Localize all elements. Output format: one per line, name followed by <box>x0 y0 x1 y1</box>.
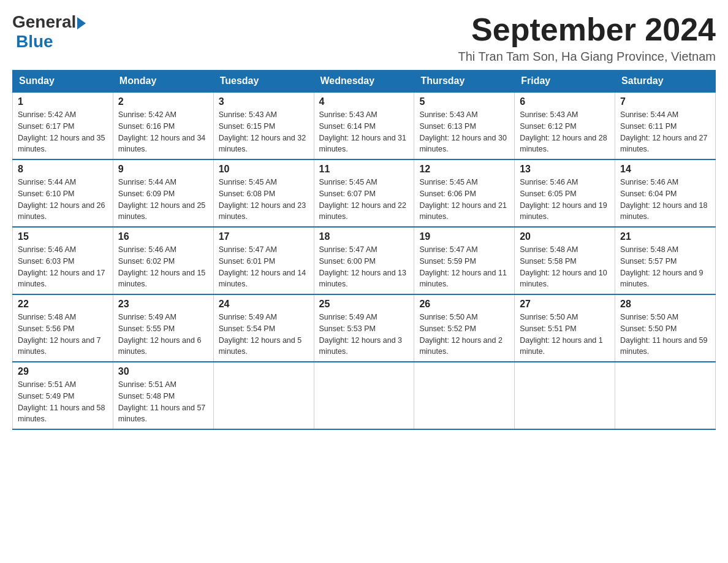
day-info: Sunrise: 5:43 AMSunset: 6:12 PMDaylight:… <box>520 109 610 155</box>
calendar-cell: 5Sunrise: 5:43 AMSunset: 6:13 PMDaylight… <box>414 92 515 159</box>
day-number: 1 <box>18 96 108 107</box>
header: General Blue September 2024 Thi Tran Tam… <box>12 12 716 64</box>
day-number: 12 <box>419 164 509 175</box>
day-info: Sunrise: 5:48 AMSunset: 5:57 PMDaylight:… <box>620 244 710 290</box>
logo-arrow-icon <box>77 17 86 29</box>
day-number: 28 <box>620 299 710 310</box>
day-number: 16 <box>118 231 208 242</box>
day-number: 5 <box>419 96 509 107</box>
calendar-cell: 3Sunrise: 5:43 AMSunset: 6:15 PMDaylight… <box>213 92 314 159</box>
calendar-cell: 2Sunrise: 5:42 AMSunset: 6:16 PMDaylight… <box>113 92 213 159</box>
day-info: Sunrise: 5:48 AMSunset: 5:56 PMDaylight:… <box>18 312 108 358</box>
day-info: Sunrise: 5:44 AMSunset: 6:10 PMDaylight:… <box>18 177 108 223</box>
calendar-cell: 20Sunrise: 5:48 AMSunset: 5:58 PMDayligh… <box>515 227 615 294</box>
calendar-cell: 11Sunrise: 5:45 AMSunset: 6:07 PMDayligh… <box>314 159 414 227</box>
day-info: Sunrise: 5:49 AMSunset: 5:55 PMDaylight:… <box>118 312 208 358</box>
day-info: Sunrise: 5:49 AMSunset: 5:54 PMDaylight:… <box>219 312 309 358</box>
day-number: 30 <box>118 366 208 377</box>
calendar-week-row: 29Sunrise: 5:51 AMSunset: 5:49 PMDayligh… <box>13 362 716 429</box>
calendar-cell <box>615 362 716 429</box>
calendar-cell: 25Sunrise: 5:49 AMSunset: 5:53 PMDayligh… <box>314 294 414 362</box>
day-number: 4 <box>319 96 409 107</box>
day-number: 19 <box>419 231 509 242</box>
day-number: 14 <box>620 164 710 175</box>
logo-blue-text: Blue <box>16 32 53 52</box>
calendar-cell: 6Sunrise: 5:43 AMSunset: 6:12 PMDaylight… <box>515 92 615 159</box>
calendar-header-row: SundayMondayTuesdayWednesdayThursdayFrid… <box>13 71 716 93</box>
day-info: Sunrise: 5:50 AMSunset: 5:52 PMDaylight:… <box>419 312 509 358</box>
month-title: September 2024 <box>458 12 716 47</box>
calendar-cell: 16Sunrise: 5:46 AMSunset: 6:02 PMDayligh… <box>113 227 213 294</box>
calendar-week-row: 8Sunrise: 5:44 AMSunset: 6:10 PMDaylight… <box>13 159 716 227</box>
calendar-cell: 23Sunrise: 5:49 AMSunset: 5:55 PMDayligh… <box>113 294 213 362</box>
day-number: 27 <box>520 299 610 310</box>
title-area: September 2024 Thi Tran Tam Son, Ha Gian… <box>458 12 716 64</box>
day-info: Sunrise: 5:45 AMSunset: 6:08 PMDaylight:… <box>219 177 309 223</box>
calendar-cell <box>314 362 414 429</box>
calendar-header-friday: Friday <box>515 71 615 93</box>
day-info: Sunrise: 5:42 AMSunset: 6:17 PMDaylight:… <box>18 109 108 155</box>
day-info: Sunrise: 5:46 AMSunset: 6:02 PMDaylight:… <box>118 244 208 290</box>
day-number: 9 <box>118 164 208 175</box>
calendar-header-sunday: Sunday <box>13 71 113 93</box>
calendar-cell <box>515 362 615 429</box>
calendar-cell: 13Sunrise: 5:46 AMSunset: 6:05 PMDayligh… <box>515 159 615 227</box>
calendar-header-tuesday: Tuesday <box>213 71 314 93</box>
day-number: 20 <box>520 231 610 242</box>
logo-general-text: General <box>12 12 76 32</box>
calendar-cell: 15Sunrise: 5:46 AMSunset: 6:03 PMDayligh… <box>13 227 113 294</box>
day-number: 8 <box>18 164 108 175</box>
day-number: 23 <box>118 299 208 310</box>
day-number: 24 <box>219 299 309 310</box>
location-subtitle: Thi Tran Tam Son, Ha Giang Province, Vie… <box>458 50 716 64</box>
day-number: 21 <box>620 231 710 242</box>
calendar-cell: 8Sunrise: 5:44 AMSunset: 6:10 PMDaylight… <box>13 159 113 227</box>
calendar-cell: 17Sunrise: 5:47 AMSunset: 6:01 PMDayligh… <box>213 227 314 294</box>
day-info: Sunrise: 5:46 AMSunset: 6:05 PMDaylight:… <box>520 177 610 223</box>
day-number: 2 <box>118 96 208 107</box>
day-info: Sunrise: 5:42 AMSunset: 6:16 PMDaylight:… <box>118 109 208 155</box>
day-number: 3 <box>219 96 309 107</box>
day-number: 29 <box>18 366 108 377</box>
day-number: 25 <box>319 299 409 310</box>
calendar-cell: 28Sunrise: 5:50 AMSunset: 5:50 PMDayligh… <box>615 294 716 362</box>
calendar-cell: 1Sunrise: 5:42 AMSunset: 6:17 PMDaylight… <box>13 92 113 159</box>
logo: General Blue <box>12 12 86 52</box>
calendar-cell: 14Sunrise: 5:46 AMSunset: 6:04 PMDayligh… <box>615 159 716 227</box>
calendar-cell: 7Sunrise: 5:44 AMSunset: 6:11 PMDaylight… <box>615 92 716 159</box>
day-info: Sunrise: 5:47 AMSunset: 6:00 PMDaylight:… <box>319 244 409 290</box>
calendar-cell: 21Sunrise: 5:48 AMSunset: 5:57 PMDayligh… <box>615 227 716 294</box>
calendar-week-row: 1Sunrise: 5:42 AMSunset: 6:17 PMDaylight… <box>13 92 716 159</box>
calendar-cell: 12Sunrise: 5:45 AMSunset: 6:06 PMDayligh… <box>414 159 515 227</box>
day-info: Sunrise: 5:46 AMSunset: 6:04 PMDaylight:… <box>620 177 710 223</box>
calendar-cell <box>414 362 515 429</box>
calendar-cell: 10Sunrise: 5:45 AMSunset: 6:08 PMDayligh… <box>213 159 314 227</box>
day-number: 22 <box>18 299 108 310</box>
calendar-cell: 18Sunrise: 5:47 AMSunset: 6:00 PMDayligh… <box>314 227 414 294</box>
day-info: Sunrise: 5:43 AMSunset: 6:15 PMDaylight:… <box>219 109 309 155</box>
calendar-cell: 29Sunrise: 5:51 AMSunset: 5:49 PMDayligh… <box>13 362 113 429</box>
calendar-cell: 30Sunrise: 5:51 AMSunset: 5:48 PMDayligh… <box>113 362 213 429</box>
day-info: Sunrise: 5:50 AMSunset: 5:50 PMDaylight:… <box>620 312 710 358</box>
day-info: Sunrise: 5:44 AMSunset: 6:09 PMDaylight:… <box>118 177 208 223</box>
day-number: 7 <box>620 96 710 107</box>
day-info: Sunrise: 5:46 AMSunset: 6:03 PMDaylight:… <box>18 244 108 290</box>
day-info: Sunrise: 5:45 AMSunset: 6:06 PMDaylight:… <box>419 177 509 223</box>
calendar-header-monday: Monday <box>113 71 213 93</box>
calendar-week-row: 15Sunrise: 5:46 AMSunset: 6:03 PMDayligh… <box>13 227 716 294</box>
calendar-cell: 19Sunrise: 5:47 AMSunset: 5:59 PMDayligh… <box>414 227 515 294</box>
calendar-cell: 24Sunrise: 5:49 AMSunset: 5:54 PMDayligh… <box>213 294 314 362</box>
day-number: 11 <box>319 164 409 175</box>
day-number: 18 <box>319 231 409 242</box>
calendar-cell: 26Sunrise: 5:50 AMSunset: 5:52 PMDayligh… <box>414 294 515 362</box>
day-info: Sunrise: 5:44 AMSunset: 6:11 PMDaylight:… <box>620 109 710 155</box>
day-info: Sunrise: 5:45 AMSunset: 6:07 PMDaylight:… <box>319 177 409 223</box>
calendar-cell <box>213 362 314 429</box>
calendar-week-row: 22Sunrise: 5:48 AMSunset: 5:56 PMDayligh… <box>13 294 716 362</box>
calendar-cell: 4Sunrise: 5:43 AMSunset: 6:14 PMDaylight… <box>314 92 414 159</box>
day-number: 6 <box>520 96 610 107</box>
day-number: 26 <box>419 299 509 310</box>
day-info: Sunrise: 5:48 AMSunset: 5:58 PMDaylight:… <box>520 244 610 290</box>
day-info: Sunrise: 5:47 AMSunset: 6:01 PMDaylight:… <box>219 244 309 290</box>
day-info: Sunrise: 5:51 AMSunset: 5:49 PMDaylight:… <box>18 379 108 425</box>
